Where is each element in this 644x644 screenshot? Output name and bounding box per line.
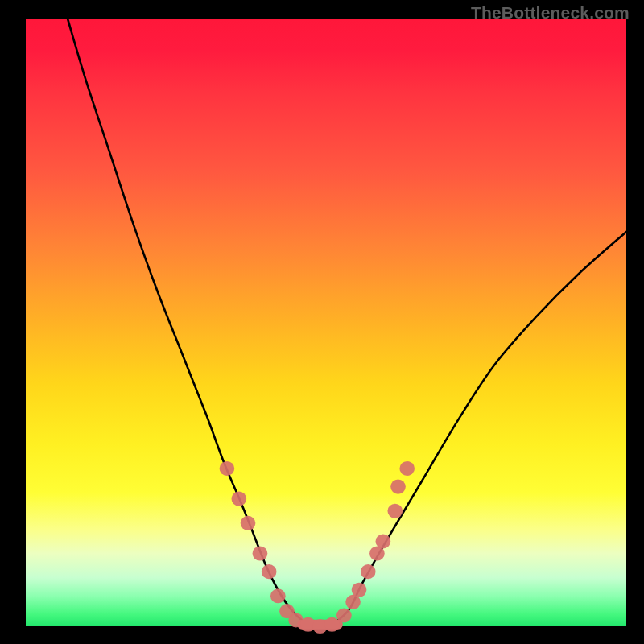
chart-svg bbox=[26, 19, 626, 626]
data-point bbox=[387, 504, 402, 518]
bottleneck-curve bbox=[68, 19, 626, 627]
data-point bbox=[352, 583, 367, 597]
data-point bbox=[376, 534, 391, 548]
data-point bbox=[253, 546, 268, 560]
data-point bbox=[220, 461, 235, 476]
data-point bbox=[336, 608, 352, 622]
data-point bbox=[399, 461, 415, 476]
data-point bbox=[390, 480, 406, 494]
data-point bbox=[361, 564, 376, 579]
marker-group bbox=[220, 461, 415, 634]
data-point bbox=[324, 617, 340, 632]
data-point bbox=[232, 492, 247, 506]
data-point bbox=[270, 588, 286, 603]
chart-plot-area bbox=[26, 19, 626, 626]
watermark: TheBottleneck.com bbox=[471, 3, 630, 23]
data-point bbox=[262, 564, 277, 579]
data-point bbox=[241, 516, 256, 530]
